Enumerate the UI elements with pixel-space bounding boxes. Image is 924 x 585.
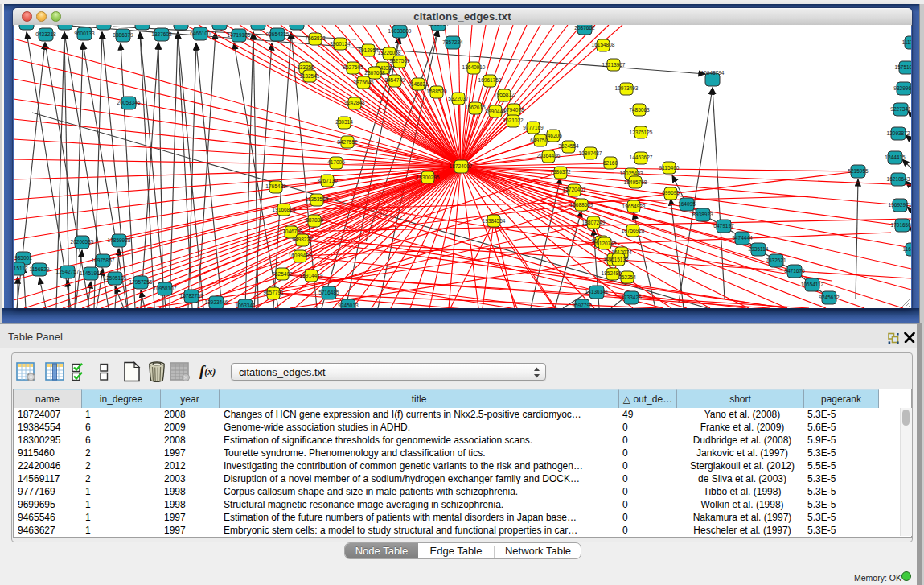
svg-text:9242848: 9242848	[344, 100, 365, 105]
svg-text:9597791: 9597791	[572, 303, 593, 308]
svg-text:14463627: 14463627	[630, 154, 653, 160]
svg-text:9498222: 9498222	[292, 237, 313, 242]
svg-text:12213967: 12213967	[602, 62, 626, 68]
svg-text:20206535: 20206535	[71, 239, 94, 245]
svg-text:887834: 887834	[306, 217, 323, 223]
svg-text:18495768: 18495768	[624, 179, 647, 185]
svg-text:12093872: 12093872	[887, 130, 910, 136]
svg-text:9600133: 9600133	[74, 31, 95, 36]
svg-text:8454749: 8454749	[384, 77, 405, 83]
svg-text:16648794: 16648794	[701, 70, 725, 76]
svg-text:3875645: 3875645	[353, 80, 374, 85]
svg-text:62160: 62160	[603, 160, 618, 166]
svg-text:1132541: 1132541	[300, 73, 320, 79]
svg-text:6466100: 6466100	[190, 31, 211, 36]
svg-text:10807487: 10807487	[579, 150, 602, 156]
svg-text:1621022: 1621022	[503, 117, 524, 123]
svg-text:20364436: 20364436	[537, 153, 561, 159]
svg-text:699695: 699695	[662, 190, 680, 196]
svg-text:2087662: 2087662	[574, 25, 595, 31]
svg-text:16120746: 16120746	[593, 241, 617, 246]
svg-text:17957255: 17957255	[129, 279, 153, 285]
svg-text:9146821: 9146821	[408, 81, 429, 87]
svg-text:16782759: 16782759	[180, 293, 203, 299]
svg-text:12505135: 12505135	[104, 275, 127, 281]
svg-text:18807249: 18807249	[582, 220, 606, 225]
svg-text:9327509: 9327509	[389, 58, 410, 64]
svg-text:1167534: 1167534	[903, 246, 911, 252]
svg-text:10688609: 10688609	[570, 202, 593, 208]
svg-text:9657791: 9657791	[263, 290, 284, 295]
svg-text:14136141: 14136141	[585, 289, 609, 295]
svg-text:280314: 280314	[335, 119, 353, 125]
svg-text:9227341: 9227341	[890, 106, 911, 112]
svg-text:15751074: 15751074	[895, 64, 911, 70]
svg-text:164095: 164095	[678, 201, 696, 207]
svg-text:1117405: 1117405	[902, 39, 911, 45]
svg-text:1063341: 1063341	[235, 303, 256, 308]
svg-text:17046798: 17046798	[280, 229, 303, 234]
svg-text:1562615: 1562615	[465, 105, 486, 110]
svg-text:12942757: 12942757	[56, 269, 80, 274]
svg-text:746206: 746206	[544, 133, 562, 138]
svg-text:1156829: 1156829	[30, 266, 50, 272]
svg-text:12923446: 12923446	[205, 299, 228, 305]
svg-text:985001: 985001	[14, 255, 32, 261]
svg-text:12375125: 12375125	[630, 130, 653, 135]
svg-text:02654235: 02654235	[266, 31, 290, 37]
svg-text:8386379: 8386379	[113, 32, 133, 38]
svg-text:10025433: 10025433	[620, 171, 643, 176]
svg-text:1244415: 1244415	[885, 154, 906, 160]
svg-text:9245013: 9245013	[338, 303, 359, 308]
svg-text:8427552: 8427552	[337, 139, 358, 145]
svg-text:15692971: 15692971	[889, 202, 911, 208]
svg-text:13226058: 13226058	[378, 50, 401, 56]
svg-text:1765439: 1765439	[265, 183, 286, 189]
svg-text:7632621: 7632621	[766, 257, 786, 263]
svg-text:11451911: 11451911	[80, 270, 102, 276]
svg-text:8960124: 8960124	[330, 41, 351, 47]
svg-text:5716485: 5716485	[318, 290, 339, 295]
svg-text:16914479: 16914479	[300, 273, 323, 278]
svg-text:11353594: 11353594	[306, 196, 329, 202]
svg-text:7386372: 7386372	[550, 169, 571, 175]
svg-text:7955812: 7955812	[494, 92, 515, 97]
svg-text:3624554: 3624554	[558, 143, 579, 149]
svg-text:1327602: 1327602	[151, 31, 172, 37]
svg-text:9329966: 9329966	[893, 85, 911, 91]
svg-text:10719185: 10719185	[228, 32, 251, 38]
svg-text:5322037: 5322037	[448, 96, 469, 101]
svg-text:15720407: 15720407	[563, 187, 586, 192]
svg-text:3267130: 3267130	[317, 178, 338, 183]
svg-text:16154808: 16154808	[592, 42, 615, 47]
svg-text:7625402: 7625402	[272, 271, 293, 277]
svg-text:9527505: 9527505	[343, 64, 363, 70]
svg-text:16961758: 16961758	[478, 77, 502, 83]
svg-text:7485063: 7485063	[629, 107, 650, 113]
svg-text:10975857: 10975857	[92, 257, 115, 263]
svg-text:18724007: 18724007	[450, 163, 473, 169]
svg-text:1588520: 1588520	[426, 89, 447, 94]
svg-text:1615132: 1615132	[608, 257, 629, 262]
svg-text:6794078: 6794078	[503, 107, 524, 113]
svg-text:20053346: 20053346	[117, 100, 141, 105]
svg-text:1733426: 1733426	[621, 295, 642, 300]
svg-text:13640910: 13640910	[462, 64, 486, 70]
svg-text:2367608: 2367608	[364, 70, 385, 76]
svg-text:133256: 133256	[297, 64, 314, 70]
svg-text:17016504: 17016504	[891, 222, 911, 228]
svg-text:252254: 252254	[618, 274, 636, 280]
svg-text:17859928: 17859928	[108, 237, 131, 243]
svg-text:10654112: 10654112	[801, 282, 824, 287]
svg-text:2935114: 2935114	[749, 246, 769, 252]
svg-text:6479197: 6479197	[713, 223, 734, 229]
svg-text:10756928: 10756928	[622, 228, 645, 233]
svg-text:19166825: 19166825	[273, 207, 296, 212]
svg-text:8471676: 8471676	[784, 268, 805, 274]
svg-text:9474444: 9474444	[732, 235, 753, 241]
svg-text:8912954: 8912954	[358, 47, 379, 53]
svg-text:3915112: 3915112	[14, 266, 28, 271]
svg-text:19384554: 19384554	[483, 218, 506, 224]
svg-text:8938923: 8938923	[692, 212, 713, 217]
svg-text:7857224: 7857224	[442, 39, 463, 45]
